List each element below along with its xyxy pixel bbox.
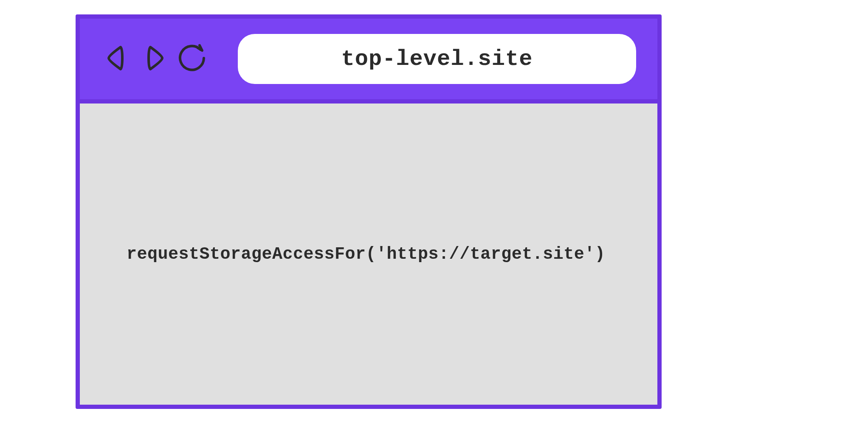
address-text: top-level.site: [341, 47, 533, 72]
browser-window: top-level.site requestStorageAccessFor('…: [76, 14, 662, 409]
browser-toolbar: top-level.site: [80, 19, 657, 104]
page-content: requestStorageAccessFor('https://target.…: [80, 104, 657, 405]
forward-icon[interactable]: [139, 43, 170, 76]
code-text: requestStorageAccessFor('https://target.…: [127, 245, 605, 264]
back-icon[interactable]: [101, 43, 132, 76]
nav-icon-group: [101, 43, 208, 76]
reload-icon[interactable]: [178, 43, 208, 76]
address-bar[interactable]: top-level.site: [238, 34, 636, 84]
